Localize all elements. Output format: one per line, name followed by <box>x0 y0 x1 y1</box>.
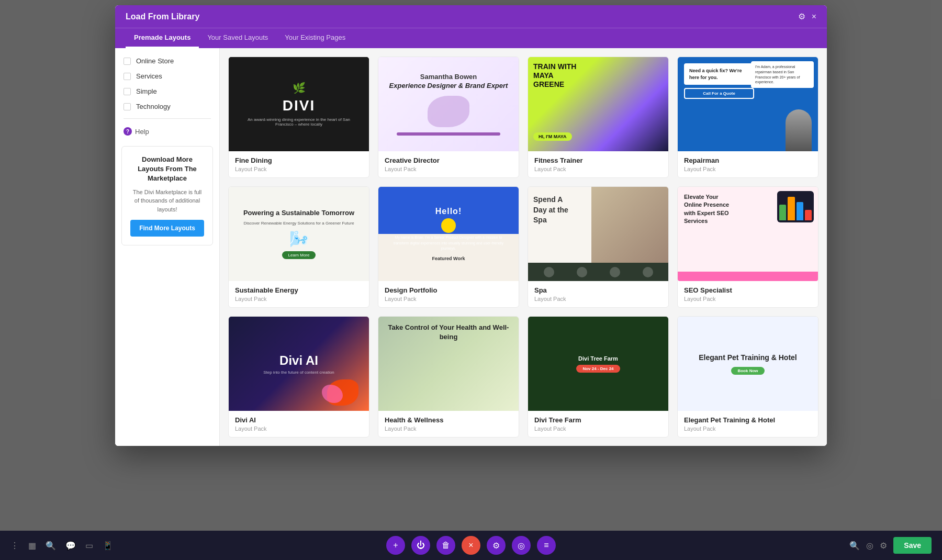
modal-close-button[interactable]: × <box>812 12 816 21</box>
layout-card-info-repairman: Repairman Layout Pack <box>678 151 818 177</box>
layout-card-info-spa: Spa Layout Pack <box>528 281 668 307</box>
layout-card-health[interactable]: Take Control of Your Health and Well-bei… <box>378 316 519 438</box>
sidebar-item-online-store[interactable]: Online Store <box>115 53 219 69</box>
toolbar-power-button[interactable]: ⏻ <box>411 536 430 555</box>
layout-thumb-spa: Spend ADay at theSpa <box>528 187 668 281</box>
layout-card-creative-director[interactable]: Samantha BowenExperience Designer & Bran… <box>378 57 519 178</box>
save-button[interactable]: Save <box>893 537 932 554</box>
layout-card-name: Fine Dining <box>235 156 363 164</box>
modal-header-actions: ⚙ × <box>798 12 816 21</box>
repair-person <box>786 109 812 151</box>
layout-card-repairman[interactable]: Need a quick fix? We're here for you. Ca… <box>677 57 818 178</box>
toolbar-chat-icon[interactable]: 💬 <box>65 541 76 551</box>
toolbar-dots-icon[interactable]: ⋮ <box>10 541 19 551</box>
sidebar-checkbox-online-store[interactable] <box>124 58 131 65</box>
modal-settings-button[interactable]: ⚙ <box>798 12 805 21</box>
modal-tabs: Premade Layouts Your Saved Layouts Your … <box>115 28 827 48</box>
layout-card-type: Layout Pack <box>385 166 512 172</box>
toolbar-search-icon[interactable]: 🔍 <box>46 541 56 551</box>
sidebar-item-simple[interactable]: Simple <box>115 84 219 99</box>
layout-card-type: Layout Pack <box>235 166 363 172</box>
layout-card-info-seo-specialist: SEO Specialist Layout Pack <box>678 281 818 307</box>
layout-card-design-portfolio[interactable]: Hello! My name is Brian. I'm a Senior Pr… <box>378 186 519 308</box>
toolbar-trash-button[interactable]: 🗑 <box>436 536 455 555</box>
layout-card-name: Divi AI <box>235 416 363 424</box>
layout-card-info-sustainable-energy: Sustainable Energy Layout Pack <box>229 281 369 307</box>
modal-body: Online Store Services Simple Technology … <box>115 48 827 446</box>
sidebar-divider <box>124 118 211 119</box>
layout-card-name: Health & Wellness <box>385 416 512 424</box>
layout-card-divi-ai[interactable]: Divi AI Step into the future of content … <box>228 316 369 438</box>
toolbar-left: ⋮ ▦ 🔍 💬 ▭ 📱 <box>10 541 113 551</box>
spa-bottom-item <box>643 267 653 277</box>
layout-card-name: Sustainable Energy <box>235 286 363 294</box>
layout-card-type: Layout Pack <box>235 296 363 302</box>
toolbar-right-settings-icon[interactable]: ⚙ <box>880 541 887 551</box>
sidebar-help[interactable]: ? Help <box>115 123 219 140</box>
toolbar-right-search-icon[interactable]: 🔍 <box>849 541 860 551</box>
toolbar-right-circle-icon[interactable]: ◎ <box>866 541 873 551</box>
layout-card-pet-hotel[interactable]: Elegant Pet Training & Hotel Book Now El… <box>677 316 818 438</box>
layout-thumb-seo-specialist: Elevate YourOnline Presencewith Expert S… <box>678 187 818 281</box>
layout-card-type: Layout Pack <box>235 425 363 432</box>
layout-card-info-design-portfolio: Design Portfolio Layout Pack <box>378 281 519 307</box>
spa-bottom-item <box>544 267 554 277</box>
blob-shape <box>428 96 469 127</box>
sidebar-checkbox-simple[interactable] <box>124 88 131 95</box>
layout-card-name: Creative Director <box>385 156 512 164</box>
layout-card-fine-dining[interactable]: 🌿 DIVI An award-winning dining experienc… <box>228 57 369 178</box>
toolbar-settings-button[interactable]: ⚙ <box>487 536 506 555</box>
layout-card-info-divi-ai: Divi AI Layout Pack <box>229 411 369 437</box>
layout-card-name: Elegant Pet Training & Hotel <box>684 416 812 424</box>
layout-card-name: SEO Specialist <box>684 286 812 294</box>
layout-card-info-fine-dining: Fine Dining Layout Pack <box>229 151 369 177</box>
marketplace-cta: Download More Layouts From The Marketpla… <box>121 146 213 245</box>
layout-card-tree-farm[interactable]: Divi Tree Farm Nov 24 - Dec 24 Divi Tree… <box>528 316 669 438</box>
content-area: 🌿 DIVI An award-winning dining experienc… <box>220 48 827 446</box>
layout-thumb-sustainable-energy: Powering a Sustainable Tomorrow Discover… <box>229 187 369 281</box>
sidebar-item-services[interactable]: Services <box>115 69 219 84</box>
modal-overlay: Load From Library ⚙ × Premade Layouts Yo… <box>0 0 942 531</box>
sidebar: Online Store Services Simple Technology … <box>115 48 220 446</box>
leaf-icon: 🌿 <box>293 82 306 94</box>
modal-title: Load From Library <box>126 12 199 21</box>
layout-card-name: Divi Tree Farm <box>534 416 662 424</box>
layout-thumb-divi-ai: Divi AI Step into the future of content … <box>229 317 369 411</box>
layout-thumb-fine-dining: 🌿 DIVI An award-winning dining experienc… <box>229 57 369 151</box>
layout-card-type: Layout Pack <box>534 166 662 172</box>
layout-card-seo-specialist[interactable]: Elevate YourOnline Presencewith Expert S… <box>677 186 818 308</box>
layout-thumb-tree-farm: Divi Tree Farm Nov 24 - Dec 24 <box>528 317 668 411</box>
sidebar-checkbox-technology[interactable] <box>124 103 131 110</box>
toolbar-grid-icon[interactable]: ▦ <box>28 541 36 551</box>
sidebar-item-technology[interactable]: Technology <box>115 99 219 114</box>
layout-card-fitness-trainer[interactable]: TRAIN WITHMAYAGREENE HI, I'M MAYA Fitnes… <box>528 57 669 178</box>
layout-card-spa[interactable]: Spend ADay at theSpa Spa <box>528 186 669 308</box>
layout-card-type: Layout Pack <box>534 425 662 432</box>
layout-card-sustainable-energy[interactable]: Powering a Sustainable Tomorrow Discover… <box>228 186 369 308</box>
layout-card-type: Layout Pack <box>385 296 512 302</box>
bottom-toolbar: ⋮ ▦ 🔍 💬 ▭ 📱 + ⏻ 🗑 × ⚙ ◎ ≡ 🔍 ◎ ⚙ Save <box>0 531 942 560</box>
layout-card-type: Layout Pack <box>684 166 812 172</box>
help-icon: ? <box>124 127 132 136</box>
toolbar-phone-icon[interactable]: 📱 <box>103 541 113 551</box>
layout-card-info-fitness-trainer: Fitness Trainer Layout Pack <box>528 151 668 177</box>
seo-chart <box>777 191 814 222</box>
layout-thumb-pet-hotel: Elegant Pet Training & Hotel Book Now <box>678 317 818 411</box>
toolbar-close-button[interactable]: × <box>462 536 480 555</box>
toolbar-bars-button[interactable]: ≡ <box>537 536 556 555</box>
layout-card-info-tree-farm: Divi Tree Farm Layout Pack <box>528 411 668 437</box>
tab-premade-layouts[interactable]: Premade Layouts <box>126 28 199 48</box>
toolbar-tablet-icon[interactable]: ▭ <box>85 541 93 551</box>
toolbar-circle-button[interactable]: ◎ <box>512 536 531 555</box>
layout-card-type: Layout Pack <box>534 296 662 302</box>
layout-card-name: Repairman <box>684 156 812 164</box>
find-layouts-button[interactable]: Find More Layouts <box>130 220 204 237</box>
wind-turbine-icon: 🌬️ <box>289 230 309 248</box>
dp-avatar <box>441 218 456 233</box>
toolbar-add-button[interactable]: + <box>386 536 405 555</box>
layout-card-info-creative-director: Creative Director Layout Pack <box>378 151 519 177</box>
sidebar-checkbox-services[interactable] <box>124 73 131 80</box>
layout-card-name: Spa <box>534 286 662 294</box>
tab-saved-layouts[interactable]: Your Saved Layouts <box>199 28 276 48</box>
tab-existing-pages[interactable]: Your Existing Pages <box>276 28 354 48</box>
